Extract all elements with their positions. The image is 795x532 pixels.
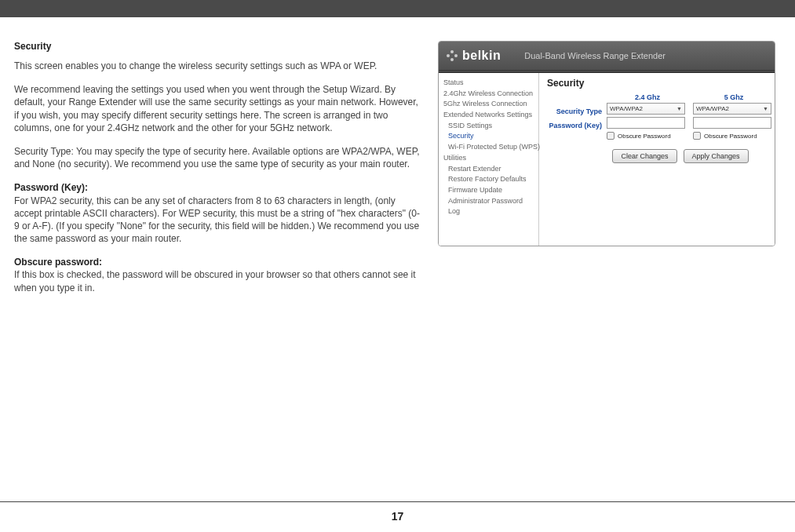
doc-heading: Security — [14, 41, 422, 52]
sidebar-item-ssid[interactable]: SSID Settings — [442, 121, 538, 132]
security-type-select-5[interactable]: WPA/WPA2▼ — [693, 103, 771, 115]
sidebar-item-security[interactable]: Security — [442, 131, 538, 142]
chevron-down-icon: ▼ — [676, 106, 682, 111]
chevron-down-icon: ▼ — [763, 106, 768, 111]
password-key-heading: Password (Key): — [14, 182, 88, 193]
password-input-24[interactable] — [607, 117, 685, 129]
sidebar-item-extended[interactable]: Extended Networks Settings — [442, 110, 538, 121]
password-label: Password (Key) — [547, 118, 602, 133]
security-type-select-24[interactable]: WPA/WPA2▼ — [607, 103, 685, 115]
obscure-label-5: Obscure Password — [704, 133, 757, 140]
security-type-value-24: WPA/WPA2 — [610, 105, 643, 112]
doc-p1: This screen enables you to change the wi… — [14, 60, 422, 72]
sidebar-item-log[interactable]: Log — [442, 206, 538, 217]
band-24-column: 2.4 Ghz WPA/WPA2▼ Obscure Password — [602, 93, 688, 140]
sidebar-item-restore[interactable]: Restore Factory Defaults — [442, 174, 538, 185]
doc-p4: Password (Key):For WPA2 security, this c… — [14, 181, 422, 245]
doc-p3: Security Type: You may specify the type … — [14, 145, 422, 170]
band-5-column: 5 Ghz WPA/WPA2▼ Obscure Password — [688, 93, 775, 140]
main-panel: Security Security Type Password (Key) 2.… — [539, 73, 775, 246]
doc-p4-body: For WPA2 security, this can be any set o… — [14, 195, 420, 245]
sidebar-item-5ghz[interactable]: 5Ghz Wireless Connection — [442, 99, 538, 110]
device-header: belkin Dual-Band Wireless Range Extender — [439, 42, 775, 70]
sidebar-item-24ghz[interactable]: 2.4Ghz Wireless Connection — [442, 89, 538, 100]
password-input-5[interactable] — [693, 117, 771, 129]
logo-dots-icon — [445, 49, 459, 63]
panel-title: Security — [547, 78, 775, 89]
security-type-label: Security Type — [547, 104, 602, 118]
security-type-value-5: WPA/WPA2 — [696, 105, 729, 112]
sidebar-item-status[interactable]: Status — [442, 78, 538, 89]
sidebar-item-admin[interactable]: Administrator Password — [442, 196, 538, 207]
obscure-label-24: Obscure Password — [618, 133, 671, 140]
top-bar — [0, 0, 795, 17]
sidebar-item-restart[interactable]: Restart Extender — [442, 164, 538, 175]
obscure-checkbox-24[interactable] — [607, 132, 614, 140]
sidebar: Status 2.4Ghz Wireless Connection 5Ghz W… — [439, 73, 539, 246]
device-window: belkin Dual-Band Wireless Range Extender… — [438, 41, 775, 246]
footer-divider — [0, 501, 795, 502]
band-5-heading: 5 Ghz — [693, 93, 775, 101]
doc-p5-body: If this box is checked, the password wil… — [14, 269, 416, 293]
obscure-checkbox-5[interactable] — [693, 132, 701, 140]
doc-p2: We recommend leaving the settings you us… — [14, 83, 422, 134]
clear-changes-button[interactable]: Clear Changes — [612, 149, 676, 163]
device-title: Dual-Band Wireless Range Extender — [524, 51, 666, 60]
sidebar-item-firmware[interactable]: Firmware Update — [442, 185, 538, 196]
doc-p5: Obscure password:If this box is checked,… — [14, 256, 422, 294]
field-labels: Security Type Password (Key) — [547, 93, 602, 140]
page-number: 17 — [0, 510, 795, 523]
brand-logo: belkin — [445, 49, 501, 63]
band-24-heading: 2.4 Ghz — [607, 93, 688, 101]
sidebar-item-utilities[interactable]: Utilities — [442, 153, 538, 164]
brand-text: belkin — [462, 49, 501, 63]
doc-left-column: Security This screen enables you to chan… — [14, 41, 438, 305]
obscure-heading: Obscure password: — [14, 257, 102, 268]
sidebar-item-wps[interactable]: Wi-Fi Protected Setup (WPS) — [442, 142, 538, 153]
apply-changes-button[interactable]: Apply Changes — [684, 149, 749, 163]
